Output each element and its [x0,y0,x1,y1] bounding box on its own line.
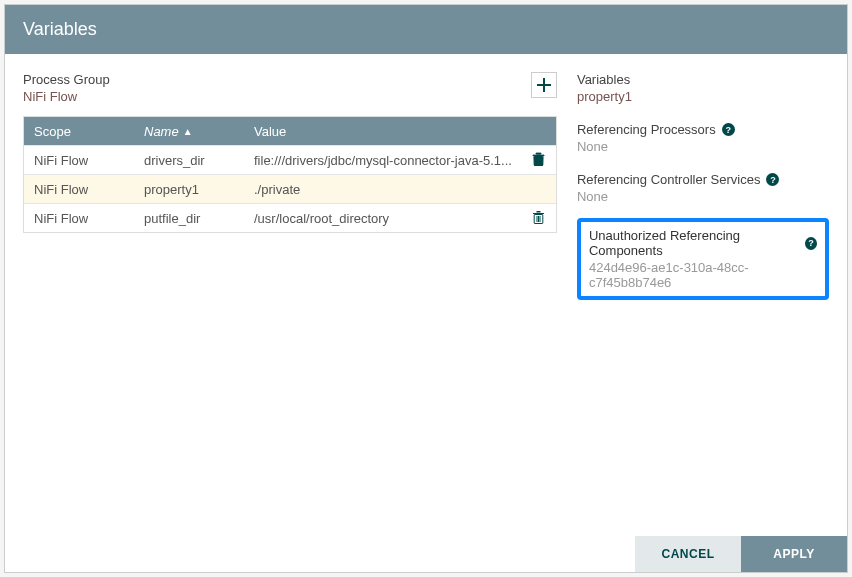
table-row[interactable]: NiFi Flow drivers_dir file:///drivers/jd… [24,145,556,174]
right-panel: Variables property1 Referencing Processo… [577,72,829,518]
help-icon[interactable]: ? [766,173,779,186]
cell-scope: NiFi Flow [24,175,134,203]
dialog-footer: CANCEL APPLY [5,536,847,572]
header-scope[interactable]: Scope [24,117,134,145]
process-group-name: NiFi Flow [23,89,110,104]
ref-controller-heading: Referencing Controller Services ? [577,172,829,187]
cell-action [522,175,556,203]
cell-name: putfile_dir [134,204,244,232]
cell-scope: NiFi Flow [24,204,134,232]
delete-button[interactable] [532,210,545,227]
cell-value: /usr/local/root_directory [244,204,522,232]
plus-icon [537,78,551,92]
cell-name: property1 [134,175,244,203]
ref-processors-value: None [577,139,829,154]
cell-scope: NiFi Flow [24,146,134,174]
header-name-text: Name [144,124,179,139]
table-header-row: Scope Name ▲ Value [24,117,556,145]
apply-button[interactable]: APPLY [741,536,847,572]
variables-table: Scope Name ▲ Value NiFi Flow drivers_dir… [23,116,557,233]
ref-processors-label: Referencing Processors [577,122,716,137]
process-group-label: Process Group [23,72,110,87]
cell-action [522,204,556,232]
dialog-body: Process Group NiFi Flow Scope Name ▲ Val… [5,54,847,536]
dialog-title: Variables [5,5,847,54]
ref-processors-heading: Referencing Processors ? [577,122,829,137]
cancel-button[interactable]: CANCEL [635,536,741,572]
header-value[interactable]: Value [244,117,522,145]
header-name[interactable]: Name ▲ [134,117,244,145]
table-row[interactable]: NiFi Flow putfile_dir /usr/local/root_di… [24,203,556,232]
unauthorized-label: Unauthorized Referencing Components [589,228,799,258]
process-group-info: Process Group NiFi Flow [23,72,110,104]
cell-name: drivers_dir [134,146,244,174]
trash-icon [532,210,545,224]
add-variable-button[interactable] [531,72,557,98]
ref-controller-value: None [577,189,829,204]
variables-section: Variables property1 [577,72,829,104]
unauthorized-highlight: Unauthorized Referencing Components ? 42… [577,218,829,300]
variables-dialog: Variables Process Group NiFi Flow Scope … [4,4,848,573]
ref-controller-label: Referencing Controller Services [577,172,761,187]
unauthorized-value: 424d4e96-ae1c-310a-48cc-c7f45b8b74e6 [589,260,817,290]
cell-action [522,146,556,174]
help-icon[interactable]: ? [805,237,817,250]
sort-asc-icon: ▲ [183,126,193,137]
variables-label: Variables [577,72,829,87]
unauthorized-heading: Unauthorized Referencing Components ? [589,228,817,258]
cell-value: ./private [244,175,522,203]
header-action [522,117,556,145]
ref-controller-section: Referencing Controller Services ? None [577,172,829,204]
table-row[interactable]: NiFi Flow property1 ./private [24,174,556,203]
trash-icon [532,152,545,166]
ref-processors-section: Referencing Processors ? None [577,122,829,154]
process-group-row: Process Group NiFi Flow [23,72,557,104]
cell-value: file:///drivers/jdbc/mysql-connector-jav… [244,146,522,174]
delete-button[interactable] [532,152,545,169]
left-panel: Process Group NiFi Flow Scope Name ▲ Val… [23,72,557,518]
help-icon[interactable]: ? [722,123,735,136]
variables-value: property1 [577,89,829,104]
